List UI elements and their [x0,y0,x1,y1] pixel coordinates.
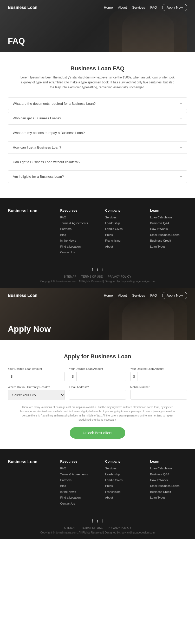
footer2-qa-link[interactable]: Business Q&A [150,472,187,477]
footer1-credit-link[interactable]: Business Credit [150,238,187,243]
twitter-icon-2[interactable]: t [97,519,98,523]
footer1-sitemap[interactable]: SITEMAP [64,275,76,278]
footer2-sitemap[interactable]: SITEMAP [64,526,76,529]
footer1-location-link[interactable]: Find a Location [60,244,97,249]
footer-1: Business Loan Resources FAQ Terms & Agre… [0,198,195,288]
loan3-label: Your Desired Loan Amount [130,367,187,370]
loan3-input[interactable] [138,372,187,381]
footer1-partners-link[interactable]: Partners [60,226,97,231]
footer1-calc-link[interactable]: Loan Calculators [150,215,187,220]
loan-amount-row: Your Desired Loan Amount $ Your Desired … [8,367,187,381]
footer2-faq-link[interactable]: FAQ [60,466,97,471]
faq-item-2[interactable]: What are my options to repay a Business … [8,127,187,139]
faq-chevron-5: + [180,174,182,179]
footer2-resources-heading: Resources [60,459,97,463]
nav-cta-1[interactable]: Apply Now [162,4,187,11]
footer1-links: SITEMAP TERMS OF USE PRIVACY POLICY [8,275,187,278]
footer1-services-link[interactable]: Services [105,215,142,220]
footer1-terms-link[interactable]: Terms & Agreements [60,221,97,225]
footer1-lendio-link[interactable]: Lendio Gives [105,226,142,231]
footer2-services-link[interactable]: Services [105,466,142,471]
footer1-sbl-link[interactable]: Small Business Loans [150,232,187,237]
footer2-contact-link[interactable]: Contact Us [60,501,97,506]
footer2-sbl-link[interactable]: Small Business Loans [150,483,187,488]
nav-logo-2: Business Loan [8,293,37,298]
mobile-input[interactable] [130,390,187,400]
footer2-lendio-link[interactable]: Lendio Gives [105,478,142,482]
footer1-inthenews-link[interactable]: In the News [60,238,97,243]
facebook-icon-2[interactable]: f [92,519,93,523]
footer1-contact-link[interactable]: Contact Us [60,250,97,255]
footer2-howitworks-link[interactable]: How It Works [150,478,187,482]
nav-home-2[interactable]: Home [104,293,113,297]
faq-item-1[interactable]: Who can get a Business Loans? + [8,112,187,125]
footer2-learn-heading: Learn [150,459,187,463]
nav-faq-2[interactable]: FAQ [150,293,157,297]
nav-home-1[interactable]: Home [104,5,113,9]
footer1-copyright: Copyright © domainname.com. All Rights R… [8,280,187,283]
footer2-links: SITEMAP TERMS OF USE PRIVACY POLICY [8,526,187,529]
city-select[interactable]: Select Your City [8,390,65,400]
footer1-press-link[interactable]: Press [105,232,142,237]
footer2-privacy[interactable]: PRIVACY POLICY [108,526,131,529]
facebook-icon-1[interactable]: f [92,268,93,272]
footer2-credit-link[interactable]: Business Credit [150,489,187,494]
footer2-calc-link[interactable]: Loan Calculators [150,466,187,471]
faq-list: What are the documents required for a Bu… [8,97,187,183]
instagram-icon-2[interactable]: i [102,519,103,523]
nav-about-1[interactable]: About [118,5,127,9]
nav-cta-2[interactable]: Apply Now [162,292,187,299]
footer1-franchising-link[interactable]: Franchising [105,238,142,243]
unlock-button[interactable]: Unlock Best offers [70,427,125,439]
nav-about-2[interactable]: About [118,293,127,297]
footer1-faq-link[interactable]: FAQ [60,215,97,220]
nav-services-1[interactable]: Services [132,5,145,9]
faq-item-4[interactable]: Can I get a Business Loan without collat… [8,156,187,168]
nav-faq-1[interactable]: FAQ [150,5,157,9]
footer2-terms-link[interactable]: Terms & Agreements [60,472,97,477]
nav-services-2[interactable]: Services [132,293,145,297]
faq-intro: Lorem Ipsum has been the industry's stan… [20,75,176,90]
footer1-blog-link[interactable]: Blog [60,232,97,237]
footer2-terms-of-use[interactable]: TERMS OF USE [81,526,103,529]
footer1-howitworks-link[interactable]: How It Works [150,226,187,231]
faq-chevron-4: + [180,160,182,164]
footer1-social: f t i [8,263,187,275]
email-group: Email Address? [69,385,126,400]
footer1-qa-link[interactable]: Business Q&A [150,221,187,225]
loan2-input-wrap: $ [69,372,126,381]
loan3-input-wrap: $ [130,372,187,381]
loan1-label: Your Desired Loan Amount [8,367,65,370]
footer2-inthenews-link[interactable]: In the News [60,489,97,494]
footer2-loantypes-link[interactable]: Loan Types [150,495,187,500]
footer1-privacy[interactable]: PRIVACY POLICY [108,275,131,278]
loan1-input[interactable] [15,372,64,381]
loan2-input[interactable] [77,372,126,381]
faq-chevron-0: + [180,101,182,106]
instagram-icon-1[interactable]: i [102,268,103,272]
footer2-blog-link[interactable]: Blog [60,483,97,488]
footer2-partners-link[interactable]: Partners [60,478,97,482]
faq-item-3[interactable]: How can I get a Business Loan? + [8,141,187,154]
footer1-terms-of-use[interactable]: TERMS OF USE [81,275,103,278]
footer1-loantypes-link[interactable]: Loan Types [150,244,187,249]
email-input[interactable] [69,390,126,400]
loan2-group: Your Desired Loan Amount $ [69,367,126,381]
footer1-about-link[interactable]: About [105,244,142,249]
faq-item-5[interactable]: Am I eligible for a Business Loan? + [8,170,187,183]
footer1-leadership-link[interactable]: Leadership [105,221,142,225]
footer1-company-heading: Company [105,208,142,212]
faq-item-0[interactable]: What are the documents required for a Bu… [8,97,187,110]
footer2-leadership-link[interactable]: Leadership [105,472,142,477]
footer2-franchising-link[interactable]: Franchising [105,489,142,494]
footer2-press-link[interactable]: Press [105,483,142,488]
twitter-icon-1[interactable]: t [97,268,98,272]
loan3-prefix: $ [131,372,138,381]
mobile-label: Mobile Number [130,385,187,389]
footer2-about-link[interactable]: About [105,495,142,500]
city-group: Where Do You Currently Reside? Select Yo… [8,385,65,400]
faq-chevron-3: + [180,145,182,150]
city-label: Where Do You Currently Reside? [8,385,65,389]
footer2-location-link[interactable]: Find a Location [60,495,97,500]
nav-links-2: Home About Services FAQ Apply Now [104,292,187,299]
